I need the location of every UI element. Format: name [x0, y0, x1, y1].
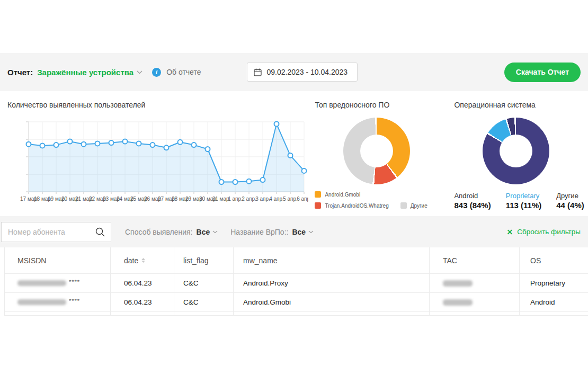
column-header-os: OS — [520, 247, 588, 273]
chevron-down-icon — [308, 230, 314, 234]
chevron-down-icon — [137, 70, 142, 74]
legend-item: Trojan.AndroidOS.Whatreg — [315, 202, 388, 209]
tac-cell — [430, 274, 520, 292]
filters-bar: Способ выявления: Все Название ВрПо:: Вс… — [0, 216, 588, 247]
users-line-chart: 17 мар18 мар19 мар20 мар21 мар22 мар23 м… — [7, 118, 310, 211]
msisdn-cell: **** — [5, 274, 111, 292]
legend-item: Другие — [400, 202, 427, 209]
detection-filter-value: Все — [197, 228, 210, 236]
reset-filters-label: Сбросить фильтры — [517, 228, 581, 236]
svg-text:3 апр.: 3 апр. — [255, 196, 270, 202]
tac-redacted — [443, 280, 473, 287]
msisdn-redacted — [17, 299, 66, 305]
download-report-button[interactable]: Скачать Отчет — [504, 63, 581, 82]
svg-text:2 апр.: 2 апр. — [242, 196, 256, 202]
search-input[interactable] — [8, 228, 95, 236]
detection-filter-dropdown[interactable]: Все — [197, 228, 218, 236]
malware-legend: Android.Gmobi Trojan.AndroidOS.Whatreg Д… — [315, 191, 452, 209]
malware-filter-value: Все — [292, 228, 306, 236]
os-cell: Proprietary — [520, 274, 588, 292]
users-chart-title: Количество выявленных пользователей — [7, 101, 310, 109]
legend-item: Android.Gmobi — [315, 191, 360, 198]
os-donut-chart — [483, 118, 549, 184]
legend-value: 44 (4%) — [556, 201, 584, 210]
about-report-link[interactable]: Об отчете — [166, 68, 201, 76]
sort-icon[interactable] — [141, 258, 145, 263]
table-row: **** 06.04.23 C&C Android.Gmobi Android — [5, 293, 588, 312]
msisdn-cell: **** — [5, 293, 111, 311]
malware-donut-chart — [343, 118, 410, 184]
svg-text:5 апр.: 5 апр. — [283, 196, 298, 202]
tac-redacted — [443, 299, 473, 306]
results-table: MSISDN date list_flag mw_name TAC OS ***… — [4, 247, 588, 316]
reset-filters-button[interactable]: ✕ Сбросить фильтры — [507, 228, 581, 236]
donut-hole — [360, 135, 393, 167]
info-icon[interactable]: i — [152, 68, 161, 77]
os-cell: Android — [520, 293, 588, 311]
tac-cell — [430, 293, 520, 311]
malware-chart-title: Топ вредоносного ПО — [315, 101, 450, 109]
column-header-msisdn: MSISDN — [5, 247, 111, 273]
legend-swatch — [315, 191, 321, 198]
os-legend: Android 843 (84%) Proprietary 113 (11%) … — [454, 192, 588, 210]
legend-swatch — [400, 202, 407, 209]
os-chart-title: Операционная система — [454, 101, 588, 109]
svg-text:4 апр.: 4 апр. — [269, 196, 284, 202]
chevron-down-icon — [212, 230, 218, 234]
legend-item: Другие 44 (4%) — [556, 192, 584, 210]
list-flag-cell: C&C — [174, 274, 234, 292]
date-cell: 06.04.23 — [111, 293, 174, 311]
legend-item: Android 843 (84%) — [454, 192, 491, 210]
legend-label: Другие — [556, 192, 584, 200]
legend-value: 113 (11%) — [506, 201, 542, 210]
column-header-list-flag: list_flag — [174, 247, 234, 273]
table-header-row: MSISDN date list_flag mw_name TAC OS — [5, 247, 588, 274]
close-icon: ✕ — [507, 228, 513, 236]
report-name-text: Заражённые устройства — [37, 68, 133, 77]
search-icon[interactable] — [95, 227, 105, 237]
subscriber-search-box[interactable] — [1, 222, 111, 242]
calendar-icon — [254, 68, 262, 76]
top-whitespace — [0, 0, 588, 53]
report-label: Отчет: — [7, 68, 33, 77]
legend-label: Trojan.AndroidOS.Whatreg — [325, 203, 388, 209]
column-header-tac: TAC — [430, 247, 520, 273]
column-header-mw-name: mw_name — [234, 247, 430, 273]
malware-filter-label: Название ВрПо:: — [230, 228, 288, 236]
legend-label: Android.Gmobi — [325, 192, 360, 198]
svg-text:6 апр.: 6 апр. — [297, 196, 308, 202]
column-header-date[interactable]: date — [111, 247, 174, 273]
list-flag-cell: C&C — [174, 293, 234, 311]
legend-swatch — [315, 202, 321, 209]
date-range-value: 09.02.2023 - 10.04.2023 — [267, 68, 348, 76]
report-name-dropdown[interactable]: Заражённые устройства — [37, 68, 142, 77]
legend-label: Proprietary — [506, 192, 542, 200]
msisdn-redacted — [17, 280, 66, 286]
legend-value: 843 (84%) — [454, 201, 491, 210]
date-cell: 06.04.23 — [111, 274, 174, 292]
malware-filter-dropdown[interactable]: Все — [292, 228, 314, 236]
legend-item: Proprietary 113 (11%) — [506, 192, 542, 210]
table-row: **** 06.04.23 C&C Android.Proxy Propriet… — [5, 274, 588, 293]
mw-name-cell: Android.Proxy — [234, 274, 430, 292]
mw-name-cell: Android.Gmobi — [234, 293, 430, 311]
legend-label: Другие — [411, 203, 427, 209]
svg-text:1 апр.: 1 апр. — [228, 196, 243, 202]
legend-label: Android — [454, 192, 491, 200]
table-row-clipped — [5, 312, 588, 316]
donut-hole — [500, 135, 532, 167]
charts-panel: Количество выявленных пользователей 17 м… — [0, 91, 588, 216]
report-header-bar: Отчет: Заражённые устройства i Об отчете… — [0, 53, 588, 91]
date-range-input[interactable]: 09.02.2023 - 10.04.2023 — [247, 63, 358, 82]
detection-filter-label: Способ выявления: — [125, 228, 193, 236]
